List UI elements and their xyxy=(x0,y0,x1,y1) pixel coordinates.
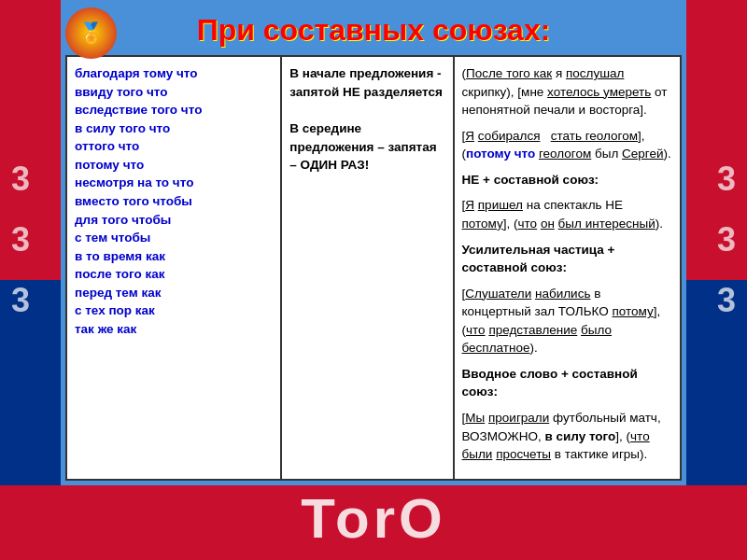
col1-item: перед тем как xyxy=(75,284,273,302)
bottom-banner: ТоrО xyxy=(0,486,747,551)
col1-item: вследствие того что xyxy=(75,101,273,119)
col3-union6: в силу того xyxy=(544,429,615,443)
col2-cell: В начале предложения - запятой НЕ раздел… xyxy=(281,56,453,480)
col3-subject5: Мы xyxy=(465,411,485,425)
col1-cell: благодаря тому что ввиду того что вследс… xyxy=(66,56,281,480)
col3-name1: Сергей xyxy=(622,147,663,161)
col3-verb2: хотелось умереть xyxy=(547,85,651,99)
col3-subject4: Слушатели xyxy=(465,287,531,301)
col3-para1: (После того как я послушал скрипку), [мн… xyxy=(462,64,672,119)
left-numbers: 3 3 3 xyxy=(11,149,30,330)
col3-label4: Вводное слово + составной союз: xyxy=(462,365,672,401)
col3-bold-label2: НЕ + составной союз: xyxy=(462,173,599,187)
col1-item: потому что xyxy=(75,156,273,175)
col3-word2: представление xyxy=(488,323,577,337)
col3-verb7: набились xyxy=(535,287,590,301)
emblem: 🏅 xyxy=(65,7,121,63)
col3-cell: (После того как я послушал скрипку), [мн… xyxy=(454,56,681,480)
bottom-text: ТоrО xyxy=(301,487,446,550)
col3-verb1: послушал xyxy=(566,66,624,80)
main-container: 🏅 При составных союзах: благодаря тому ч… xyxy=(0,0,747,560)
col1-item: вместо того чтобы xyxy=(75,192,273,211)
col1-item: благодаря тому что xyxy=(75,64,273,83)
col1-item: так же как xyxy=(75,320,273,339)
col3-bold-label4: Вводное слово + составной союз: xyxy=(462,367,638,399)
col1-item: с тем чтобы xyxy=(75,229,273,247)
col3-label3: Усилительная частица + составной союз: xyxy=(462,241,672,277)
col3-para4: [Слушатели набились в концертный зал ТОЛ… xyxy=(462,285,672,357)
col3-para5: [Мы проиграли футбольный матч, ВОЗМОЖНО,… xyxy=(462,409,672,464)
col2-section1: В начале предложения - запятой НЕ раздел… xyxy=(289,64,444,101)
col3-subject1: Я xyxy=(465,129,474,143)
col3-para2: [Я собирался стать геологом], (потому чт… xyxy=(462,127,672,163)
emblem-icon: 🏅 xyxy=(65,7,117,59)
col3-word1: геологом xyxy=(539,147,591,161)
main-table: благодаря тому что ввиду того что вследс… xyxy=(65,55,682,481)
col3-union2: потому xyxy=(462,217,503,231)
col1-item: несмотря на то что xyxy=(75,174,273,192)
col3-union7: что xyxy=(630,429,650,443)
col3-after-text: После того как xyxy=(466,66,552,80)
col3-verb3: собирался xyxy=(478,129,541,143)
col3-verb9: проиграли xyxy=(488,411,549,425)
col3-verb5: пришел xyxy=(478,198,523,212)
col3-para3: [Я пришел на спектакль НЕ потому], (что … xyxy=(462,196,672,232)
page-title: При составных союзах: xyxy=(65,7,682,55)
col1-item: для того чтобы xyxy=(75,211,273,230)
col1-item: ввиду того что xyxy=(75,83,273,102)
col3-union4: потому xyxy=(612,304,653,318)
col1-item: в силу того что xyxy=(75,119,273,138)
col1-item: в то время как xyxy=(75,247,273,266)
col1-item: с тех пор как xyxy=(75,301,273,320)
col3-word3: просчеты xyxy=(496,447,551,461)
col1-item: оттого что xyxy=(75,137,273,156)
right-numbers: 3 3 3 xyxy=(717,149,736,330)
col1-item: после того как xyxy=(75,265,273,284)
col3-union1: потому что xyxy=(466,147,535,161)
col3-bold-label3: Усилительная частица + составной союз: xyxy=(462,243,615,275)
col3-verb10: были xyxy=(462,447,493,461)
col3-union3: что xyxy=(518,217,538,231)
col3-subject2: Я xyxy=(465,198,474,212)
col3-subject3: он xyxy=(541,217,555,231)
col3-verb6: был интересный xyxy=(558,217,655,231)
col2-section2: В середине предложения – запятая – ОДИН … xyxy=(289,119,444,175)
col3-union5: что xyxy=(466,323,486,337)
col3-label2: НЕ + составной союз: xyxy=(462,171,672,189)
col3-verb4: стать геологом xyxy=(551,129,638,143)
